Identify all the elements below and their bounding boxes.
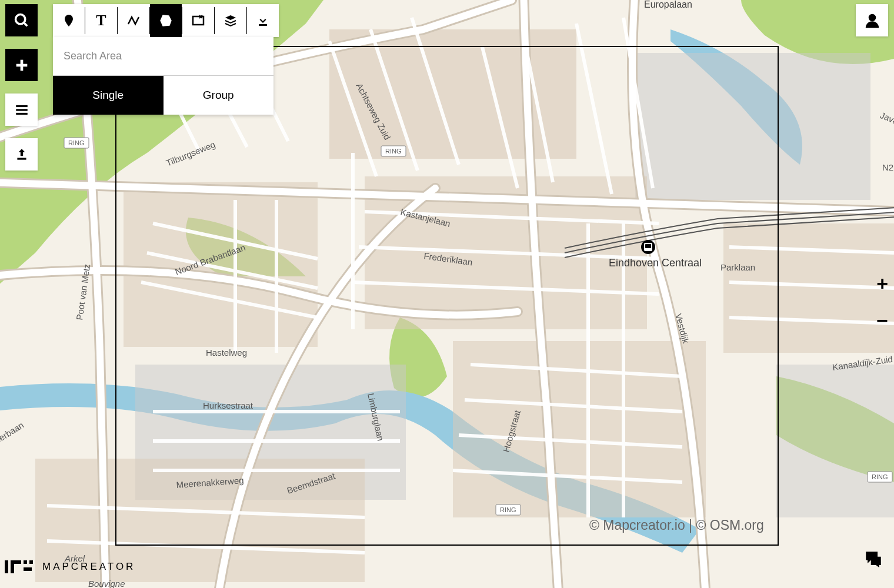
- tool-area[interactable]: [150, 4, 182, 37]
- road-label: Parklaan: [720, 262, 755, 272]
- user-menu-button[interactable]: [856, 4, 888, 36]
- tab-group[interactable]: Group: [164, 76, 274, 115]
- svg-rect-12: [645, 244, 651, 248]
- svg-rect-36: [24, 567, 32, 571]
- logo-mark-icon: [5, 560, 34, 573]
- brand-name: MAPCREATOR: [42, 561, 135, 573]
- download-icon: [256, 14, 270, 28]
- svg-rect-1: [635, 53, 870, 200]
- chat-icon: [863, 549, 883, 569]
- marker-icon: [62, 14, 76, 28]
- ring-badge: RING: [868, 472, 892, 482]
- road-label: Hastelweg: [206, 348, 247, 358]
- svg-rect-35: [24, 560, 27, 564]
- svg-rect-28: [17, 158, 26, 159]
- tool-line[interactable]: [118, 4, 149, 37]
- svg-text:RING: RING: [872, 473, 888, 480]
- user-icon: [863, 12, 881, 29]
- upload-icon: [14, 147, 29, 162]
- ring-badge: RING: [496, 505, 521, 515]
- text-icon: T: [96, 12, 106, 29]
- svg-rect-37: [29, 560, 33, 564]
- line-icon: [126, 14, 141, 28]
- add-button[interactable]: [5, 49, 38, 81]
- road-label: Europalaan: [644, 0, 692, 9]
- search-icon: [14, 12, 30, 29]
- svg-rect-7: [453, 341, 706, 517]
- area-icon: [158, 13, 174, 28]
- menu-button[interactable]: [5, 93, 38, 126]
- road-label: Bouvigne: [88, 579, 125, 588]
- brand-logo: MAPCREATOR: [5, 560, 135, 573]
- svg-text:RING: RING: [385, 148, 402, 155]
- tab-single[interactable]: Single: [53, 76, 164, 115]
- svg-line-22: [24, 22, 27, 26]
- upload-button[interactable]: [5, 138, 38, 171]
- ring-badge: RING: [64, 138, 89, 148]
- svg-rect-3: [776, 365, 894, 517]
- zoom-in-button[interactable]: +: [876, 272, 888, 295]
- road-label: Hurksestraat: [203, 400, 253, 410]
- zoom-out-button[interactable]: −: [876, 309, 888, 332]
- search-area-input[interactable]: [53, 37, 273, 76]
- tool-layers[interactable]: [215, 4, 246, 37]
- chat-button[interactable]: [863, 549, 883, 573]
- svg-text:RING: RING: [500, 506, 516, 513]
- road-label: N270: [882, 162, 894, 172]
- tool-marker[interactable]: [53, 4, 85, 37]
- svg-rect-6: [124, 182, 318, 347]
- svg-point-21: [15, 14, 25, 24]
- ring-badge: RING: [381, 146, 406, 156]
- menu-icon: [14, 102, 29, 118]
- svg-rect-34: [11, 560, 21, 564]
- svg-rect-32: [5, 560, 8, 573]
- tool-download[interactable]: [247, 4, 279, 37]
- plus-icon: [14, 57, 30, 74]
- map-attribution: © Mapcreator.io | © OSM.org: [589, 517, 764, 533]
- tool-bounds[interactable]: [182, 4, 214, 37]
- station-label: Eindhoven Centraal: [609, 257, 702, 269]
- tool-toolbar: T: [53, 4, 279, 37]
- layers-icon: [224, 14, 238, 28]
- area-search-panel: Single Group: [53, 37, 273, 115]
- search-button[interactable]: [5, 4, 38, 36]
- bounds-icon: [191, 14, 205, 28]
- svg-rect-30: [259, 24, 267, 26]
- svg-text:RING: RING: [68, 139, 85, 146]
- svg-point-31: [868, 14, 876, 21]
- tool-text[interactable]: T: [85, 4, 117, 37]
